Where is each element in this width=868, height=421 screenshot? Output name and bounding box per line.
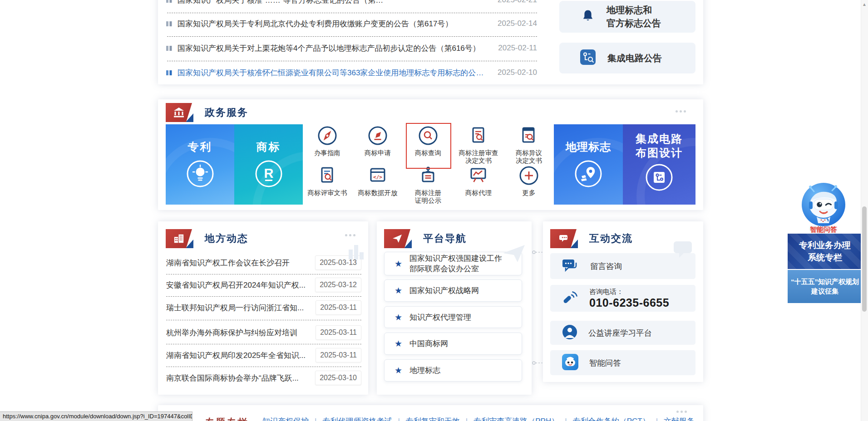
local-news-row[interactable]: 瑞士联邦知识产权局一行访问浙江省知... 2025-03-11 [166,300,361,315]
announcement-link[interactable]: 国家知识产权局关于核准怀仁恒源瓷业有限公司等363家企业使用地理标志专用标志的公… [173,68,489,78]
phone-number: 010-6235-6655 [589,296,669,309]
ip-plan-banner[interactable]: “十五五”知识产权规划 建议征集 [788,270,862,303]
interaction-label: 智能问答 [589,357,621,368]
platform-nav-panel: 平台导航 ★ 国家知识产权强国建设工作部际联席会议办公室 ★ 国家知识产权战略网… [377,221,532,395]
interaction-label: 公益讲座学习平台 [588,328,652,338]
bullet-grid-icon [166,45,173,52]
robot-icon [562,354,578,372]
phone-icon [562,290,578,307]
banner-line2: 建议征集 [788,286,862,296]
local-news-title[interactable]: 杭州举办海外商标保护与纠纷应对培训 [166,328,297,338]
message-icon [562,258,579,274]
service-label: 商标数据开放 [353,189,403,197]
local-news-row[interactable]: 湖南省知识产权工作会议在长沙召开 2025-03-13 [166,255,361,270]
service-more[interactable]: 更多 [504,165,554,197]
announcement-row[interactable]: 国家知识产权局关于核准“……”等官方标志登记的公告（第… 2025-02-21 [166,0,537,8]
chart-board-icon [468,180,489,187]
compass-icon [317,140,338,147]
star-icon: ★ [395,338,402,349]
footer-link-pph[interactable]: 专利审查高速路（PPH） [473,416,559,421]
nav-item-label: 国家知识产权战略网 [409,285,506,296]
bar-chart-watermark-icon [349,243,364,261]
registered-mark-icon: R [255,160,283,190]
lecture-platform-item[interactable]: 公益讲座学习平台 [550,321,695,345]
announcement-date: 2025-02-21 [498,0,537,5]
footer-link-literature[interactable]: 文献服务 [664,416,695,421]
nav-item-label: 国家知识产权强国建设工作部际联席会议办公室 [409,253,506,274]
announcement-row-hovered[interactable]: 国家知识产权局关于核准怀仁恒源瓷业有限公司等363家企业使用地理标志专用标志的公… [166,65,537,80]
divider [166,367,361,367]
announcements-panel: 国家知识产权局关于核准“……”等官方标志登记的公告（第… 2025-02-21 … [158,0,703,84]
tile-patent-label: 专利 [166,140,234,154]
star-icon: ★ [395,365,402,376]
patent-system-banner[interactable]: 专利业务办理 系统专栏 [788,234,862,269]
announcement-link[interactable]: 国家知识产权局关于专利局北京代办处专利费用收缴账户变更的公告（第617号） [173,19,489,29]
chat-watermark-icon [674,240,695,261]
footer-link-agent-exam[interactable]: 专利代理师资格考试 [322,416,392,421]
ic-chip-icon [580,49,596,67]
announcement-row[interactable]: 国家知识产权局关于对上栗花炮等4个产品予以地理标志产品初步认定的公告（第616号… [166,40,537,56]
more-menu-dots[interactable] [345,234,355,236]
tile-patent[interactable]: 专利 [166,124,234,205]
local-news-title[interactable]: 湖南省知识产权工作会议在长沙召开 [166,258,290,268]
announcement-link[interactable]: 国家知识产权局关于对上栗花炮等4个产品予以地理标志产品初步认定的公告（第616号… [173,43,490,54]
more-menu-dots[interactable] [676,411,687,413]
tile-trademark[interactable]: 商标 R [234,124,303,205]
local-news-date: 2025-03-11 [316,348,361,362]
local-news-title[interactable]: 南京联合国际商标协会举办“品牌飞跃... [166,373,299,383]
nav-item-qiangguo-office[interactable]: ★ 国家知识产权强国建设工作部际联席会议办公室 [384,252,522,275]
ic-announcements-link[interactable]: 集成电路公告 [559,43,695,73]
nav-item-strategy-net[interactable]: ★ 国家知识产权战略网 [384,279,522,302]
doc-search3-icon [317,180,338,187]
more-menu-dots[interactable] [676,110,686,113]
local-news-row[interactable]: 南京联合国际商标协会举办“品牌飞跃... 2025-03-10 [166,370,361,386]
ai-qa-item[interactable]: 智能问答 [550,350,695,375]
scroll-up-arrow[interactable]: ▲ [862,2,867,7]
service-tm-data-open[interactable]: </> 商标数据开放 [353,165,403,197]
tile-geo-indication[interactable]: 地理标志 [554,124,623,205]
nav-item-geo-indication[interactable]: ★ 地理标志 [384,359,522,382]
scrollbar-track[interactable]: ▲ [861,0,868,421]
footer-link-reexam[interactable]: 专利复审和无效 [406,416,460,421]
local-news-title[interactable]: 瑞士联邦知识产权局一行访问浙江省知... [166,303,304,313]
service-tm-agency[interactable]: 商标代理 [454,165,503,197]
separator: | [315,417,316,421]
nav-item-china-trademark[interactable]: ★ 中国商标网 [384,333,522,355]
service-label-line2: 证明公示 [403,197,453,205]
star-icon: ★ [395,285,402,296]
service-tm-review-docs[interactable]: 商标评审文书 [302,165,352,197]
ai-mascot-label[interactable]: 智能问答 [801,225,846,234]
service-tm-opposition-docs[interactable]: 商标异议 决定文书 [504,125,554,165]
circuit-icon [645,163,673,193]
announcement-date: 2025-02-11 [498,44,537,53]
local-news-row[interactable]: 安徽省知识产权局召开2024年知识产权... 2025-03-12 [166,277,361,293]
divider [166,320,361,320]
tile-ic-layout[interactable]: 集成电路 布图设计 [623,124,695,205]
service-trademark-apply[interactable]: 商标申请 [353,125,403,157]
geo-official-sign-announcements-link[interactable]: 地理标志和 官方标志公告 [559,1,695,33]
service-banshizhinan[interactable]: 办事指南 [302,125,352,157]
announcement-link[interactable]: 国家知识产权局关于核准“……”等官方标志登记的公告（第… [173,0,489,5]
nav-item-label: 地理标志 [409,365,506,376]
phone-label: 咨询电话： [589,288,669,296]
service-tm-exam-docs[interactable]: 商标注册审查 决定文书 [454,125,503,165]
footer-link-pct[interactable]: 专利合作条约（PCT） [573,416,650,421]
separator: | [466,417,468,421]
cnipa-homepage: 国家知识产权局关于核准“……”等官方标志登记的公告（第… 2025-02-21 … [0,0,868,421]
interaction-panel: 互动交流 留言咨询 [543,221,703,382]
svg-text:</>: </> [373,174,382,180]
scrollbar-thumb[interactable] [862,206,867,312]
plus-circle-icon [518,180,539,187]
phone-consult-item[interactable]: 咨询电话： 010-6235-6655 [550,285,695,312]
local-news-row[interactable]: 杭州举办海外商标保护与纠纷应对培训 2025-03-11 [166,325,361,340]
service-tm-cert-public[interactable]: 商标注册 证明公示 [403,165,453,205]
service-label-line2: 决定文书 [504,157,554,165]
local-news-row[interactable]: 湖南省知识产权局印发2025年全省知识... 2025-03-11 [166,348,361,363]
nav-item-agency-admin[interactable]: ★ 知识产权代理管理 [384,306,522,328]
local-news-title[interactable]: 湖南省知识产权局印发2025年全省知识... [166,350,306,361]
section-title: 政务服务 [189,103,270,122]
ai-mascot[interactable] [801,182,846,227]
announcement-row[interactable]: 国家知识产权局关于专利局北京代办处专利费用收缴账户变更的公告（第617号） 20… [166,16,537,31]
local-news-title[interactable]: 安徽省知识产权局召开2024年知识产权... [166,280,306,290]
tile-trademark-label: 商标 [234,140,303,154]
